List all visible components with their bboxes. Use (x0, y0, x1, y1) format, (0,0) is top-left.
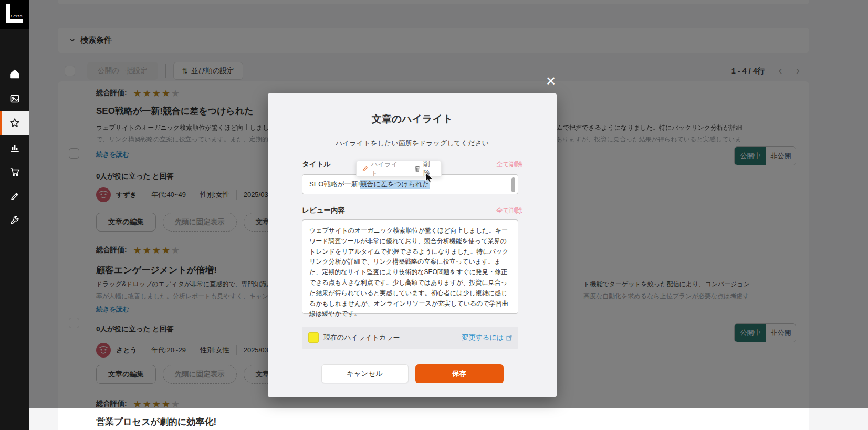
title-field-selected-text: 競合に差をつけられた (360, 180, 429, 189)
tooltip-highlight-label: ハイライト (371, 160, 404, 178)
save-button[interactable]: 保存 (415, 364, 504, 383)
review-title: 営業プロセスが劇的に効率化! (96, 416, 216, 428)
title-field-text: SEO戦略が一新! (309, 180, 360, 189)
highlight-pencil-icon (362, 165, 369, 172)
cart-icon (9, 166, 20, 177)
pencil-icon (9, 191, 20, 202)
home-icon (9, 68, 20, 80)
modal-actions: キャンセル 保存 (268, 364, 557, 383)
color-swatch (308, 332, 319, 343)
change-color-link[interactable]: 変更するには (462, 333, 512, 342)
review-clear-all-link[interactable]: 全て削除 (496, 206, 522, 215)
trash-icon (414, 165, 421, 172)
title-clear-all-link[interactable]: 全て削除 (496, 160, 522, 169)
cancel-button[interactable]: キャンセル (321, 364, 409, 383)
image-icon (9, 93, 20, 104)
sidebar-item-settings[interactable] (0, 208, 29, 233)
title-field-label: タイトル (302, 160, 331, 169)
change-color-label: 変更するには (462, 333, 504, 342)
letro-logo[interactable]: Letro (0, 0, 29, 29)
wrench-icon (9, 215, 20, 226)
sidebar-item-images[interactable] (0, 87, 29, 111)
external-link-icon (506, 335, 512, 341)
sidebar-item-analytics[interactable] (0, 135, 29, 160)
review-content-field[interactable]: ウェブサイトのオーガニック検索順位が驚くほど向上しました。キーワード調査ツールが… (302, 219, 518, 314)
page-root: 検索条件 公開の一括設定 ⇅並び順の設定 1 - 4 / 4行 ‹ › 総合評価… (0, 0, 868, 430)
sidebar-item-editor[interactable] (0, 184, 29, 209)
review-field-label: レビュー内容 (302, 206, 345, 215)
current-color-label: 現在のハイライトカラー (323, 333, 400, 342)
star-icon (9, 117, 20, 129)
tooltip-highlight-button[interactable]: ハイライト (357, 160, 409, 178)
modal-title: 文章のハイライト (268, 112, 557, 126)
modal-subtitle: ハイライトをしたい箇所をドラッグしてください (268, 139, 557, 148)
chart-icon (9, 142, 20, 153)
sidebar-nav (0, 62, 29, 233)
close-icon[interactable]: ✕ (543, 74, 559, 89)
sidebar-item-home[interactable] (0, 62, 29, 87)
sidebar-item-commerce[interactable] (0, 160, 29, 184)
sidebar-item-reviews[interactable] (0, 111, 29, 135)
highlight-color-row: 現在のハイライトカラー 変更するには (302, 327, 518, 349)
svg-text:Letro: Letro (11, 14, 23, 18)
sidebar: Letro (0, 0, 29, 430)
input-scrollbar-thumb[interactable] (511, 177, 515, 192)
highlight-modal: 文章のハイライト ハイライトをしたい箇所をドラッグしてください タイトル 全て削… (268, 93, 557, 397)
mouse-cursor (425, 172, 434, 184)
